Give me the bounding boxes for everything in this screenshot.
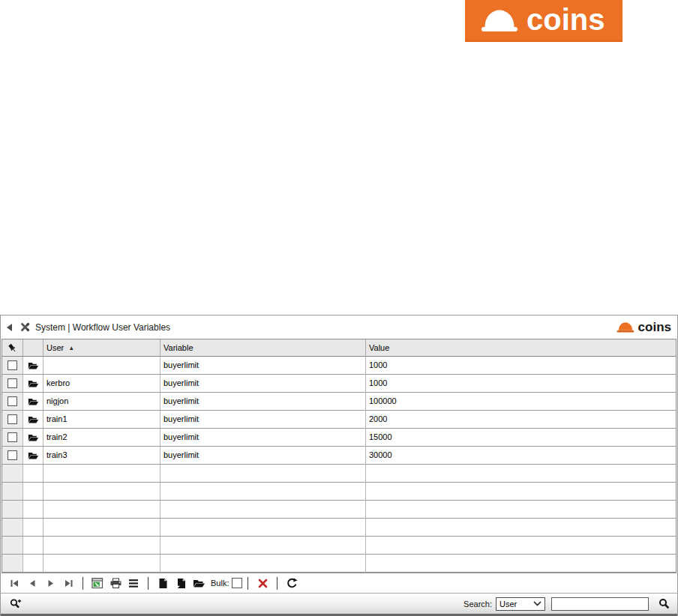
column-header-user[interactable]: User ▲ xyxy=(44,339,160,357)
row-checkbox[interactable] xyxy=(8,378,17,388)
search-label: Search: xyxy=(464,600,492,609)
table-row[interactable]: train3 buyerlimit 30000 xyxy=(2,447,676,465)
row-checkbox[interactable] xyxy=(8,450,17,460)
search-category-select[interactable]: User xyxy=(496,597,545,611)
row-select-cell xyxy=(2,447,23,465)
open-folder-icon xyxy=(28,379,39,388)
table-row[interactable]: train2 buyerlimit 15000 xyxy=(2,429,676,447)
delete-button[interactable] xyxy=(254,575,272,591)
empty-value-cell xyxy=(366,483,676,501)
table-header-row: User ▲ Variable Value xyxy=(2,339,676,357)
value-cell: 1000 xyxy=(366,375,676,393)
bulk-checkbox[interactable] xyxy=(232,578,242,588)
row-open-cell[interactable] xyxy=(23,375,44,393)
variable-cell: buyerlimit xyxy=(160,393,366,411)
folder-column-header[interactable] xyxy=(23,339,44,357)
row-select-cell xyxy=(2,357,23,375)
coins-mini-logo-text: coins xyxy=(638,320,671,335)
table-row[interactable]: train1 buyerlimit 2000 xyxy=(2,411,676,429)
sort-ascending-icon: ▲ xyxy=(68,345,74,351)
print-button[interactable] xyxy=(106,575,124,591)
user-cell xyxy=(44,357,160,375)
table-row-empty xyxy=(2,537,676,555)
row-open-cell[interactable] xyxy=(23,411,44,429)
user-cell: train3 xyxy=(44,447,160,465)
empty-value-cell xyxy=(366,465,676,483)
open-folder-icon xyxy=(28,451,39,460)
empty-user-cell xyxy=(44,537,160,555)
column-header-value-label: Value xyxy=(369,343,389,352)
new-record-button[interactable] xyxy=(154,575,172,591)
previous-page-button[interactable] xyxy=(23,575,41,591)
empty-value-cell xyxy=(366,501,676,519)
row-open-cell[interactable] xyxy=(23,393,44,411)
column-header-variable[interactable]: Variable xyxy=(160,339,366,357)
empty-value-cell xyxy=(366,555,676,573)
last-page-button[interactable] xyxy=(59,575,77,591)
search-button[interactable] xyxy=(656,597,671,612)
coins-logo-text: coins xyxy=(526,0,604,40)
hard-hat-icon xyxy=(480,7,519,34)
row-select-cell xyxy=(2,429,23,447)
next-page-button[interactable] xyxy=(41,575,59,591)
variable-cell: buyerlimit xyxy=(160,447,366,465)
empty-open-cell xyxy=(23,537,44,555)
pin-column-header[interactable] xyxy=(2,339,23,357)
variable-cell: buyerlimit xyxy=(160,375,366,393)
variable-cell: buyerlimit xyxy=(160,429,366,447)
first-page-button[interactable] xyxy=(5,575,23,591)
panel-header: System | Workflow User Variables coins xyxy=(1,315,677,339)
user-cell: nigjon xyxy=(44,393,160,411)
user-cell: train1 xyxy=(44,411,160,429)
user-cell: kerbro xyxy=(44,375,160,393)
coins-mini-logo: coins xyxy=(616,320,671,335)
table-row[interactable]: kerbro buyerlimit 1000 xyxy=(2,375,676,393)
back-arrow-button[interactable] xyxy=(7,324,12,331)
search-icon xyxy=(658,598,670,609)
toolbar-separator xyxy=(148,577,148,590)
table-row-empty xyxy=(2,519,676,537)
value-cell: 2000 xyxy=(366,411,676,429)
empty-variable-cell xyxy=(160,537,366,555)
empty-select-cell xyxy=(2,465,23,483)
empty-open-cell xyxy=(23,519,44,537)
list-view-button[interactable] xyxy=(124,575,142,591)
add-query-button[interactable] xyxy=(7,596,25,612)
row-open-cell[interactable] xyxy=(23,429,44,447)
open-record-button[interactable] xyxy=(190,575,208,591)
value-cell: 1000 xyxy=(366,357,676,375)
refresh-button[interactable] xyxy=(283,575,301,591)
empty-variable-cell xyxy=(160,519,366,537)
variable-cell: buyerlimit xyxy=(160,357,366,375)
empty-open-cell xyxy=(23,465,44,483)
empty-variable-cell xyxy=(160,501,366,519)
column-header-variable-label: Variable xyxy=(164,343,194,352)
open-folder-icon xyxy=(28,361,39,370)
row-select-cell xyxy=(2,411,23,429)
empty-select-cell xyxy=(2,501,23,519)
page: coins System | Workflow User Variables xyxy=(0,0,678,616)
value-cell: 100000 xyxy=(366,393,676,411)
empty-user-cell xyxy=(44,501,160,519)
value-cell: 30000 xyxy=(366,447,676,465)
table-row[interactable]: nigjon buyerlimit 100000 xyxy=(2,393,676,411)
row-checkbox[interactable] xyxy=(8,360,17,370)
row-open-cell[interactable] xyxy=(23,357,44,375)
column-header-value[interactable]: Value xyxy=(366,339,676,357)
row-checkbox[interactable] xyxy=(8,414,17,424)
row-checkbox[interactable] xyxy=(8,396,17,406)
empty-user-cell xyxy=(44,519,160,537)
open-folder-icon xyxy=(28,433,39,442)
table-row[interactable]: buyerlimit 1000 xyxy=(2,357,676,375)
empty-variable-cell xyxy=(160,465,366,483)
copy-record-button[interactable] xyxy=(172,575,190,591)
search-input[interactable] xyxy=(551,597,649,611)
search-bar: Search: User xyxy=(1,594,677,614)
search-category-value: User xyxy=(500,600,533,609)
row-checkbox[interactable] xyxy=(8,432,17,442)
table-body: buyerlimit 1000 kerbro buyerlimit 1000 n… xyxy=(2,357,676,573)
export-button[interactable] xyxy=(88,575,106,591)
empty-user-cell xyxy=(44,483,160,501)
row-open-cell[interactable] xyxy=(23,447,44,465)
toolbar-separator xyxy=(82,577,83,590)
